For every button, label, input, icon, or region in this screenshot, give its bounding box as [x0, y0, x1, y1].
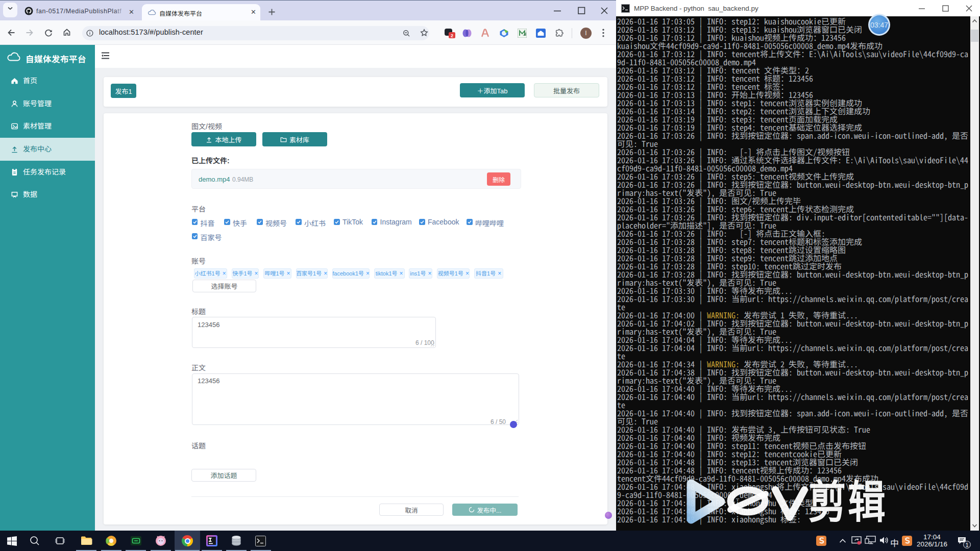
svg-text:2: 2 [451, 33, 453, 38]
svg-text:剪辑: 剪辑 [808, 474, 888, 528]
